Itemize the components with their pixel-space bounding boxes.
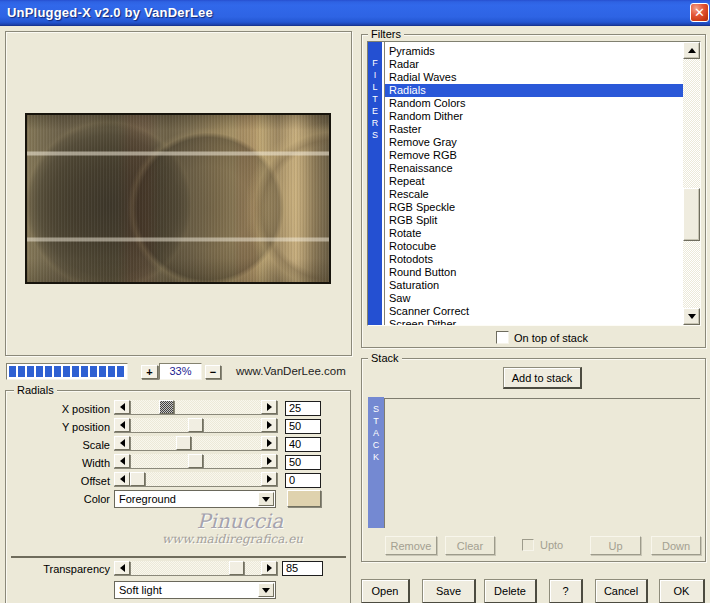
slider-left-arrow[interactable] bbox=[114, 418, 130, 432]
slider-right-arrow[interactable] bbox=[261, 454, 277, 468]
filters-scrollbar[interactable] bbox=[683, 42, 700, 325]
slider-thumb[interactable] bbox=[176, 436, 191, 450]
slider-right-arrow[interactable] bbox=[261, 436, 277, 450]
down-button[interactable]: Down bbox=[651, 536, 701, 555]
open-button[interactable]: Open bbox=[361, 579, 410, 603]
filters-list[interactable]: PyramidsRadarRadial WavesRadialsRandom C… bbox=[384, 42, 684, 325]
slider-left-arrow[interactable] bbox=[114, 436, 130, 450]
arrow-right-icon bbox=[267, 439, 272, 447]
filter-list-item[interactable]: Saturation bbox=[385, 279, 684, 292]
filter-list-item[interactable]: Scanner Correct bbox=[385, 305, 684, 318]
slider-label: Width bbox=[10, 456, 110, 471]
slider-value-input[interactable]: 40 bbox=[285, 437, 321, 452]
scrollbar-thumb[interactable] bbox=[683, 188, 700, 241]
close-button[interactable]: ✕ bbox=[690, 3, 709, 22]
filters-bar-letter: R bbox=[368, 117, 382, 129]
arrow-left-icon bbox=[120, 439, 125, 447]
slider-thumb[interactable] bbox=[130, 472, 145, 486]
zoom-level-display: 33% bbox=[159, 363, 202, 380]
slider-thumb[interactable] bbox=[188, 454, 203, 468]
arrow-left-icon bbox=[120, 403, 125, 411]
slider-value-input[interactable]: 0 bbox=[285, 473, 321, 488]
filter-list-item[interactable]: Rotocube bbox=[385, 240, 684, 253]
title-bar[interactable]: UnPlugged-X v2.0 by VanDerLee ✕ bbox=[0, 0, 710, 26]
filter-list-item[interactable]: Random Dither bbox=[385, 110, 684, 123]
delete-button[interactable]: Delete bbox=[484, 579, 537, 603]
ok-button[interactable]: OK bbox=[659, 579, 705, 603]
filter-list-item[interactable]: Remove Gray bbox=[385, 136, 684, 149]
vendor-website-link[interactable]: www.VanDerLee.com bbox=[236, 365, 346, 377]
blend-mode-combobox[interactable]: Soft light bbox=[114, 581, 276, 599]
slider-track[interactable] bbox=[130, 454, 261, 468]
color-combobox[interactable]: Foreground bbox=[114, 490, 276, 508]
filter-list-item[interactable]: Rotate bbox=[385, 227, 684, 240]
filter-list-item[interactable]: Remove RGB bbox=[385, 149, 684, 162]
progress-segment bbox=[117, 366, 124, 377]
save-button[interactable]: Save bbox=[422, 579, 476, 603]
slider-value-input[interactable]: 25 bbox=[285, 401, 321, 416]
arrow-up-icon bbox=[688, 48, 696, 53]
stack-group-label: Stack bbox=[368, 352, 402, 364]
slider-left-arrow[interactable] bbox=[114, 400, 130, 414]
preview-image[interactable] bbox=[25, 113, 331, 284]
blend-mode-combobox-arrow[interactable] bbox=[258, 583, 274, 597]
zoom-in-button[interactable]: + bbox=[141, 365, 158, 379]
clear-button[interactable]: Clear bbox=[445, 536, 495, 555]
remove-button[interactable]: Remove bbox=[385, 536, 437, 555]
filter-list-item[interactable]: Radial Waves bbox=[385, 71, 684, 84]
slider-width bbox=[114, 454, 277, 469]
stack-list-area[interactable] bbox=[384, 398, 700, 528]
transparency-slider-left-arrow[interactable] bbox=[114, 561, 130, 575]
filter-list-item[interactable]: Rotodots bbox=[385, 253, 684, 266]
color-combobox-arrow[interactable] bbox=[258, 492, 274, 506]
transparency-slider-thumb[interactable] bbox=[229, 561, 244, 575]
slider-track[interactable] bbox=[130, 400, 261, 414]
filter-list-item[interactable]: Saw bbox=[385, 292, 684, 305]
transparency-slider-track[interactable] bbox=[130, 561, 261, 575]
slider-thumb[interactable] bbox=[188, 418, 203, 432]
unplugged-x-dialog: UnPlugged-X v2.0 by VanDerLee ✕ + 33% − … bbox=[0, 0, 710, 603]
filter-list-item[interactable]: Pyramids bbox=[385, 45, 684, 58]
slider-value-input[interactable]: 50 bbox=[285, 455, 321, 470]
up-button[interactable]: Up bbox=[590, 536, 641, 555]
filter-list-item[interactable]: Raster bbox=[385, 123, 684, 136]
foreground-color-swatch[interactable] bbox=[287, 490, 321, 507]
slider-left-arrow[interactable] bbox=[114, 472, 130, 486]
chevron-down-icon bbox=[262, 497, 270, 502]
add-to-stack-button[interactable]: Add to stack bbox=[503, 367, 582, 389]
scrollbar-down-button[interactable] bbox=[683, 308, 700, 325]
help-button[interactable]: ? bbox=[549, 579, 583, 603]
transparency-slider-right-arrow[interactable] bbox=[261, 561, 277, 575]
filter-list-item[interactable]: Random Colors bbox=[385, 97, 684, 110]
upto-checkbox[interactable] bbox=[522, 539, 534, 551]
filter-list-item-selected[interactable]: Radials bbox=[385, 84, 684, 97]
filter-list-item[interactable]: Repeat bbox=[385, 175, 684, 188]
scrollbar-up-button[interactable] bbox=[683, 42, 700, 59]
arrow-left-icon bbox=[120, 457, 125, 465]
transparency-value-input[interactable]: 85 bbox=[282, 561, 323, 576]
filter-list-item[interactable]: Round Button bbox=[385, 266, 684, 279]
slider-value-input[interactable]: 50 bbox=[285, 419, 321, 434]
filter-list-item[interactable]: RGB Speckle bbox=[385, 201, 684, 214]
window-title: UnPlugged-X v2.0 by VanDerLee bbox=[7, 5, 213, 20]
filter-list-item[interactable]: RGB Split bbox=[385, 214, 684, 227]
cancel-button[interactable]: Cancel bbox=[595, 579, 648, 603]
slider-track[interactable] bbox=[130, 472, 261, 486]
filter-list-item[interactable]: Screen Dither bbox=[385, 318, 684, 325]
filter-list-item[interactable]: Renaissance bbox=[385, 162, 684, 175]
filters-bar-letter: I bbox=[368, 69, 382, 81]
slider-right-arrow[interactable] bbox=[261, 418, 277, 432]
on-top-of-stack-checkbox[interactable] bbox=[496, 331, 509, 344]
slider-right-arrow[interactable] bbox=[261, 400, 277, 414]
filter-list-item[interactable]: Rescale bbox=[385, 188, 684, 201]
close-icon: ✕ bbox=[691, 4, 708, 21]
slider-thumb[interactable] bbox=[159, 400, 174, 414]
slider-track[interactable] bbox=[130, 418, 261, 432]
slider-track[interactable] bbox=[130, 436, 261, 450]
zoom-out-button[interactable]: − bbox=[205, 365, 221, 379]
slider-left-arrow[interactable] bbox=[114, 454, 130, 468]
slider-right-arrow[interactable] bbox=[261, 472, 277, 486]
filter-list-item[interactable]: Radar bbox=[385, 58, 684, 71]
chevron-down-icon bbox=[262, 588, 270, 593]
arrow-down-icon bbox=[688, 314, 696, 319]
